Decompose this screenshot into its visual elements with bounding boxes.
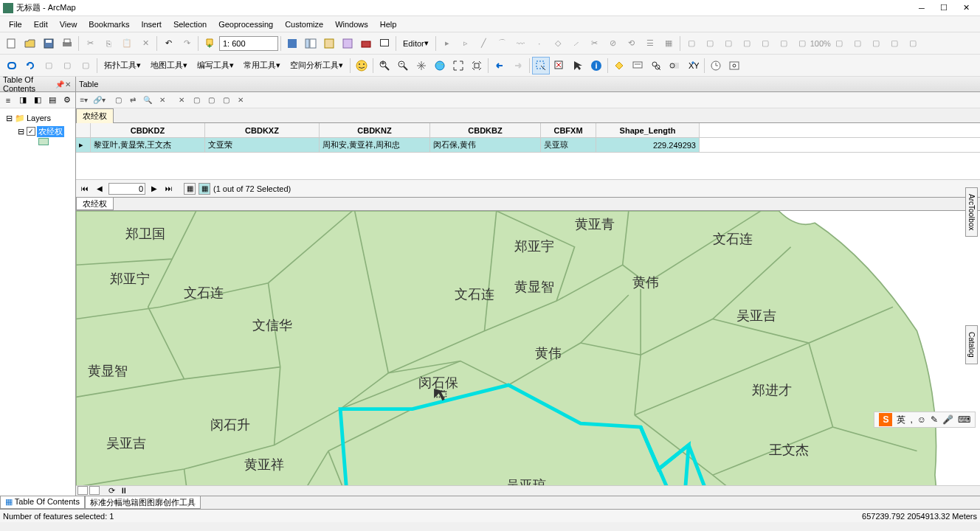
tbl-tool-1[interactable]: ▢ bbox=[190, 94, 203, 107]
switch-selection-button[interactable]: ⇄ bbox=[126, 94, 139, 107]
html-popup[interactable] bbox=[629, 57, 646, 74]
grid-scroll-area[interactable] bbox=[76, 153, 980, 179]
common-tools-dropdown[interactable]: 常用工具▾ bbox=[239, 58, 285, 72]
ime-punct-button[interactable]: , bbox=[910, 414, 912, 425]
python-button[interactable] bbox=[376, 35, 393, 52]
georef-btn-3[interactable]: ▢ bbox=[720, 35, 737, 52]
bottom-tab[interactable]: 标准分幅地籍图图廓创作工具 bbox=[85, 496, 201, 509]
col-header[interactable]: CBDKXZ bbox=[205, 123, 320, 137]
save-button[interactable] bbox=[40, 35, 58, 52]
forward-extent[interactable] bbox=[509, 57, 527, 74]
cell[interactable]: 吴亚琼 bbox=[541, 138, 596, 152]
full-extent-tool[interactable] bbox=[431, 57, 449, 74]
open-button[interactable] bbox=[21, 35, 39, 52]
undo-button[interactable]: ↶ bbox=[159, 35, 177, 52]
rotate-tool[interactable]: ⟲ bbox=[623, 35, 641, 52]
georef-btn-8[interactable]: ▢ bbox=[830, 35, 848, 52]
list-by-selection-icon[interactable]: ▤ bbox=[46, 94, 59, 107]
bottom-tab[interactable]: 农经权 bbox=[76, 198, 114, 210]
copy-button[interactable]: ⎘ bbox=[100, 35, 117, 52]
cut-button[interactable]: ✂ bbox=[81, 35, 99, 52]
georef-btn-10[interactable]: ▢ bbox=[867, 35, 885, 52]
zoom-percent[interactable]: 100% bbox=[812, 35, 829, 52]
cell[interactable]: 229.249293 bbox=[596, 138, 700, 152]
pan-tool[interactable] bbox=[413, 57, 430, 74]
menu-insert[interactable]: Insert bbox=[135, 18, 168, 31]
cell[interactable]: 文亚荣 bbox=[205, 138, 320, 152]
toc-button[interactable] bbox=[302, 35, 320, 52]
arctoolbox-tab[interactable]: ArcToolbox bbox=[965, 187, 978, 237]
refresh-tool[interactable] bbox=[21, 57, 39, 74]
show-all-button[interactable]: ▦ bbox=[184, 183, 196, 195]
layers-node[interactable]: ⊟ 📁 Layers bbox=[3, 111, 72, 125]
edit-tool[interactable]: ▸ bbox=[438, 35, 456, 52]
menu-help[interactable]: Help bbox=[374, 18, 403, 31]
pause-icon[interactable]: ⏸ bbox=[120, 486, 128, 496]
find-route[interactable] bbox=[666, 57, 683, 74]
layer-node[interactable]: ⊟ ✓ 农经权 bbox=[3, 125, 72, 138]
reshape-tool[interactable]: ⟋ bbox=[567, 35, 585, 52]
georef-btn-1[interactable]: ▢ bbox=[683, 35, 700, 52]
select-by-attr-button[interactable]: ▢ bbox=[111, 94, 125, 107]
georef-btn-7[interactable]: ▢ bbox=[793, 35, 811, 52]
back-extent[interactable] bbox=[491, 57, 508, 74]
close-button[interactable]: ✕ bbox=[955, 1, 977, 15]
find-tool[interactable] bbox=[647, 57, 665, 74]
fixed-zoom-out[interactable] bbox=[468, 57, 486, 74]
attributes-button[interactable]: ☰ bbox=[641, 35, 659, 52]
cell[interactable]: 周和安,黄亚祥,周和忠 bbox=[320, 138, 430, 152]
layout-view-tab[interactable] bbox=[89, 486, 100, 495]
sogou-icon[interactable]: S bbox=[879, 413, 892, 426]
col-header[interactable]: CBDKBZ bbox=[430, 123, 541, 137]
print-button[interactable] bbox=[58, 35, 76, 52]
col-header[interactable]: CBDKDZ bbox=[91, 123, 205, 137]
arc-segment[interactable]: ⌒ bbox=[494, 35, 511, 52]
expand-icon[interactable]: ⊟ bbox=[6, 114, 15, 123]
col-header[interactable]: CBFXM bbox=[541, 123, 596, 137]
split-tool[interactable]: ⊘ bbox=[604, 35, 622, 52]
zoom-out-tool[interactable]: - bbox=[394, 57, 412, 74]
tbl-tool-2[interactable]: ▢ bbox=[204, 94, 218, 107]
clear-selection[interactable] bbox=[551, 57, 568, 74]
grid-data-row[interactable]: ▸ 黎亚叶,黄显荣,王文杰文亚荣周和安,黄亚祥,周和忠闵石保,黄伟吴亚琼229.… bbox=[76, 138, 980, 153]
ime-emoji-button[interactable]: ☺ bbox=[917, 414, 926, 425]
prev-record-button[interactable]: ◀ bbox=[94, 183, 106, 195]
map-tools-dropdown[interactable]: 地图工具▾ bbox=[146, 58, 192, 72]
create-viewer[interactable] bbox=[725, 57, 743, 74]
point-tool[interactable]: · bbox=[531, 35, 548, 52]
paste-button[interactable]: 📋 bbox=[118, 35, 136, 52]
scale-input[interactable] bbox=[219, 36, 278, 51]
menu-customize[interactable]: Customize bbox=[279, 18, 329, 31]
tbl-close-x[interactable]: ✕ bbox=[234, 94, 247, 107]
straight-segment[interactable]: ╱ bbox=[475, 35, 493, 52]
georef-btn-11[interactable]: ▢ bbox=[886, 35, 903, 52]
zoom-in-tool[interactable]: + bbox=[376, 57, 393, 74]
georef-btn-4[interactable]: ▢ bbox=[738, 35, 756, 52]
georef-btn-2[interactable]: ▢ bbox=[701, 35, 719, 52]
map-canvas[interactable]: 黄亚青郑卫国郑亚宇文石连郑亚宁文石连黄显智黄伟吴亚吉文石连文信华黄伟黄显智闵石保… bbox=[76, 211, 980, 496]
minimize-button[interactable]: ─ bbox=[911, 1, 933, 15]
time-slider[interactable] bbox=[707, 57, 725, 74]
first-record-button[interactable]: ⏮ bbox=[79, 183, 91, 195]
menu-file[interactable]: File bbox=[3, 18, 28, 31]
list-by-visibility-icon[interactable]: ◧ bbox=[31, 94, 44, 107]
delete-button[interactable]: ✕ bbox=[137, 35, 154, 52]
ime-voice-button[interactable]: 🎤 bbox=[942, 414, 953, 425]
editor-toolbar-button[interactable] bbox=[283, 35, 301, 52]
edit-annotation-tool[interactable]: ▹ bbox=[457, 35, 475, 52]
expand-icon[interactable]: ⊟ bbox=[18, 127, 27, 136]
go-to-xy[interactable]: XY bbox=[684, 57, 702, 74]
zoom-selected-button[interactable]: 🔍 bbox=[141, 94, 154, 107]
maximize-button[interactable]: ☐ bbox=[933, 1, 955, 15]
cell[interactable]: 黎亚叶,黄显荣,王文杰 bbox=[91, 138, 205, 152]
table-tab[interactable]: 农经权 bbox=[76, 108, 114, 123]
tbl-delete[interactable]: ✕ bbox=[175, 94, 188, 107]
next-record-button[interactable]: ▶ bbox=[148, 183, 160, 195]
cut-polygons[interactable]: ✂ bbox=[586, 35, 604, 52]
link-tool[interactable] bbox=[3, 57, 21, 74]
redo-button[interactable]: ↷ bbox=[178, 35, 196, 52]
edit-tools-dropdown[interactable]: 编写工具▾ bbox=[193, 58, 238, 72]
editor-dropdown[interactable]: Editor ▾ bbox=[398, 37, 433, 49]
col-header[interactable]: Shape_Length bbox=[596, 123, 700, 137]
add-data-button[interactable]: + bbox=[201, 35, 218, 52]
